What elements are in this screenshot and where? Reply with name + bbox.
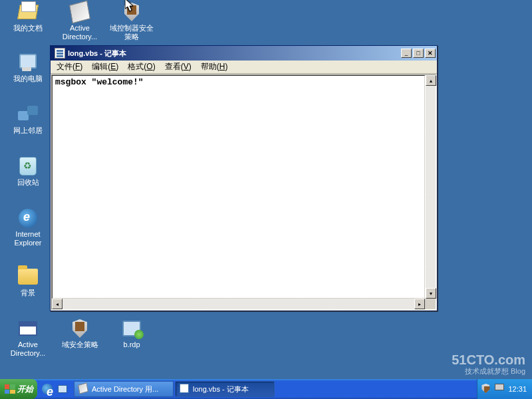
task-notepad[interactable]: long.vbs - 记事本 [175, 381, 275, 397]
window-buttons: _ □ ✕ [400, 49, 436, 58]
maximize-button[interactable]: □ [413, 49, 424, 58]
cursor-icon [125, 0, 134, 12]
icon-label: 我的电脑 [4, 74, 52, 83]
ie-icon [17, 207, 39, 229]
ad-window-icon [17, 318, 39, 339]
ad-icon [78, 384, 89, 394]
watermark-main: 51CTO.com [452, 352, 525, 367]
menu-help[interactable]: 帮助(H) [196, 60, 233, 74]
ql-ie[interactable] [40, 382, 55, 396]
menubar: 文件(F) 编辑(E) 格式(O) 查看(V) 帮助(H) [51, 61, 437, 74]
icon-label: 我的文档 [4, 24, 52, 33]
notepad-icon [180, 384, 190, 394]
scroll-track[interactable] [426, 86, 436, 288]
taskbar: 开始 Active Directory 用... long.vbs - 记事本 … [0, 379, 532, 399]
notepad-window: long.vbs - 记事本 _ □ ✕ 文件(F) 编辑(E) 格式(O) 查… [50, 45, 438, 311]
system-tray: 12:31 [477, 379, 532, 399]
computer-icon [17, 52, 39, 73]
notepad-icon [55, 48, 65, 59]
recycle-bin-icon [17, 156, 39, 177]
menu-edit[interactable]: 编辑(E) [87, 60, 123, 74]
scrollbar-horizontal[interactable]: ◂ ▸ [52, 299, 425, 309]
scroll-track[interactable] [63, 299, 414, 309]
menu-view[interactable]: 查看(V) [160, 60, 196, 74]
icon-b-rdp[interactable]: b.rdp [108, 318, 156, 349]
icon-internet-explorer[interactable]: Internet Explorer [4, 207, 52, 247]
menu-file[interactable]: 文件(F) [52, 60, 87, 74]
ql-desktop[interactable] [55, 382, 70, 396]
editor-area: msgbox "welcome!" ▴ ▾ ◂ ▸ [51, 74, 436, 310]
folder-open-icon [17, 1, 39, 23]
scrollbar-vertical[interactable]: ▴ ▾ [425, 75, 436, 299]
window-title: long.vbs - 记事本 [68, 49, 400, 59]
icon-label: 网上邻居 [4, 126, 52, 135]
clock[interactable]: 12:31 [508, 385, 527, 393]
text-editor[interactable]: msgbox "welcome!" [52, 75, 425, 299]
icon-active-directory-1[interactable]: Active Directory... [56, 1, 104, 41]
scroll-left-icon[interactable]: ◂ [52, 299, 63, 309]
scroll-down-icon[interactable]: ▾ [426, 288, 436, 299]
tray-security-icon[interactable] [481, 384, 492, 394]
scroll-right-icon[interactable]: ▸ [414, 299, 425, 309]
menu-format[interactable]: 格式(O) [123, 60, 160, 74]
scroll-up-icon[interactable]: ▴ [426, 75, 436, 86]
rdp-icon [121, 318, 142, 339]
icon-label: 回收站 [4, 178, 52, 187]
icon-domain-controller-policy[interactable]: 域控制器安全策略 [108, 1, 156, 41]
watermark-sub: 技术成就梦想 Blog [452, 367, 525, 375]
titlebar[interactable]: long.vbs - 记事本 _ □ ✕ [51, 46, 437, 61]
tray-keyboard-icon[interactable] [495, 384, 505, 394]
icon-label: 域控制器安全策略 [108, 24, 156, 41]
task-ad-users[interactable]: Active Directory 用... [74, 381, 174, 397]
task-buttons: Active Directory 用... long.vbs - 记事本 [72, 379, 477, 399]
scrollbar-corner [425, 299, 436, 309]
start-label: 开始 [17, 384, 33, 395]
icon-my-computer[interactable]: 我的电脑 [4, 52, 52, 83]
task-label: long.vbs - 记事本 [193, 384, 249, 394]
watermark: 51CTO.com 技术成就梦想 Blog [452, 352, 525, 375]
close-button[interactable]: ✕ [425, 49, 436, 58]
icon-network-neighborhood[interactable]: 网上邻居 [4, 104, 52, 135]
icon-my-documents[interactable]: 我的文档 [4, 1, 52, 33]
quick-launch [37, 382, 72, 396]
windows-flag-icon [5, 384, 15, 394]
network-icon [17, 104, 39, 125]
icon-label: Internet Explorer [4, 230, 52, 247]
icon-recycle-bin[interactable]: 回收站 [4, 156, 52, 187]
icon-active-directory-2[interactable]: Active Directory... [4, 318, 52, 358]
icon-label: 域安全策略 [56, 340, 104, 349]
icon-label: 背景 [4, 289, 52, 297]
icon-background[interactable]: 背景 [4, 266, 52, 297]
icon-label: Active Directory... [4, 340, 52, 358]
start-button[interactable]: 开始 [0, 379, 37, 399]
minimize-button[interactable]: _ [401, 49, 412, 58]
folder-icon [17, 266, 39, 287]
task-label: Active Directory 用... [92, 384, 158, 394]
book-icon [69, 1, 90, 23]
shield-icon [69, 318, 90, 339]
icon-domain-security-policy[interactable]: 域安全策略 [56, 318, 104, 349]
icon-label: Active Directory... [56, 24, 104, 41]
icon-label: b.rdp [108, 340, 156, 349]
